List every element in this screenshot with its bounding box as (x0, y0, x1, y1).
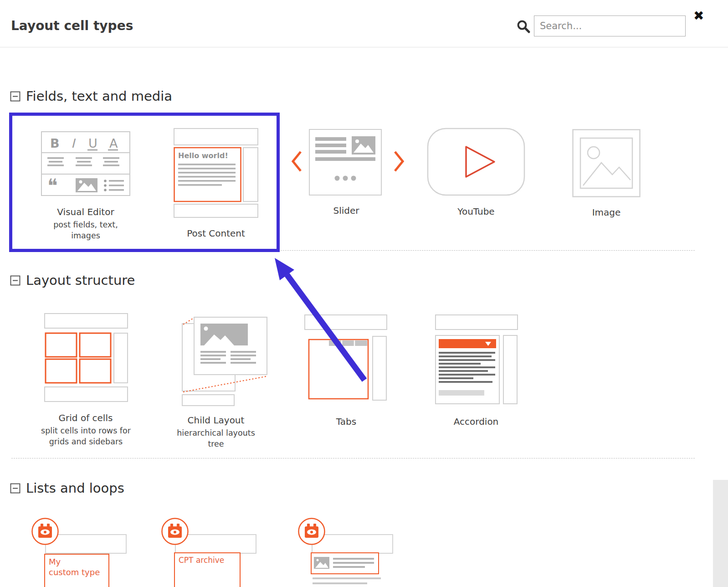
svg-text:B: B (50, 136, 60, 150)
loop-eye-badge-icon (31, 517, 59, 546)
collapse-minus-icon[interactable] (10, 91, 21, 102)
section-title: Layout structure (26, 273, 135, 288)
cell-label: Child Layout (161, 415, 271, 426)
search-input[interactable] (534, 15, 686, 36)
section-header-lists: Lists and loops (10, 480, 124, 496)
cell-label: YouTube (421, 206, 531, 217)
loop-preview-box: CPT archive (174, 552, 241, 587)
layout-cell-types-dialog: Layout cell types ✖ Fields, text and med… (0, 0, 728, 587)
post-content-icon: Hello world! (174, 128, 258, 218)
cell-sublabel: split cells into rows for grids and side… (35, 425, 137, 447)
cell-label: Visual Editor (31, 206, 140, 217)
section-divider (11, 458, 695, 458)
section-title: Lists and loops (26, 480, 124, 496)
loop-extra-lines (313, 577, 382, 587)
youtube-icon (427, 128, 525, 196)
image-icon (572, 129, 641, 197)
grid-of-cells-icon (44, 313, 128, 402)
cell-label: Slider (292, 205, 401, 216)
cell-type-content-loop[interactable] (297, 517, 398, 587)
image-thumb-icon (352, 136, 375, 154)
image-thumb-icon (76, 178, 97, 192)
close-icon[interactable]: ✖ (693, 8, 704, 23)
accordion-icon (435, 314, 518, 406)
slider-icon (309, 129, 382, 196)
loop-preview-box: My custom type (44, 554, 109, 587)
collapse-minus-icon[interactable] (10, 483, 21, 494)
svg-text:U: U (88, 136, 97, 150)
scrollbar-thumb[interactable] (713, 480, 728, 587)
section-divider (11, 250, 695, 251)
cell-label: Post Content (161, 228, 271, 239)
section-header-structure: Layout structure (10, 273, 135, 288)
loop-preview-text: CPT archive (175, 553, 240, 567)
post-preview-icon (312, 553, 378, 573)
image-thumb-icon (200, 324, 248, 345)
chevron-left-icon (291, 150, 302, 172)
cell-label: Accordion (421, 416, 531, 427)
cell-type-cpt-archive-loop[interactable]: CPT archive (161, 517, 261, 587)
blockquote-icon: ❝ (47, 175, 58, 196)
cell-type-custom-type-loop[interactable]: My custom type (31, 517, 131, 587)
section-header-fields: Fields, text and media (10, 88, 172, 104)
section-title: Fields, text and media (26, 88, 172, 104)
loop-eye-badge-icon (161, 517, 189, 546)
visual-editor-icon: B I U A ❝ (41, 131, 130, 196)
cell-label: Tabs (292, 416, 401, 427)
svg-text:A: A (109, 136, 118, 150)
svg-text:Hello world!: Hello world! (178, 151, 228, 160)
page-title: Layout cell types (11, 18, 133, 33)
dialog-header: Layout cell types ✖ (0, 0, 728, 47)
cell-sublabel: post fields, text, images (45, 219, 127, 241)
loop-eye-badge-icon (297, 517, 326, 546)
cell-sublabel: hierarchical layouts tree (171, 427, 261, 449)
cell-label: Grid of cells (31, 412, 140, 423)
child-layout-icon (181, 310, 269, 407)
chevron-right-icon (393, 150, 405, 172)
loop-preview-text: My custom type (45, 555, 108, 580)
search-icon (516, 19, 531, 34)
loop-preview-box (311, 552, 379, 574)
collapse-minus-icon[interactable] (10, 275, 21, 286)
cell-label: Image (552, 207, 661, 218)
tabs-icon (304, 314, 387, 405)
